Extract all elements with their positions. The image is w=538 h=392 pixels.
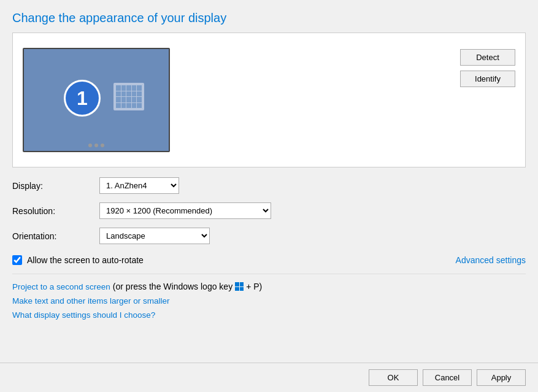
project-key-text: + P) <box>246 282 262 291</box>
bottom-bar: OK Cancel Apply <box>0 363 538 392</box>
project-suffix-text: (or press the Windows logo key <box>113 282 232 291</box>
advanced-settings-link[interactable]: Advanced settings <box>456 255 526 265</box>
monitor-number: 1 <box>64 80 101 117</box>
settings-grid: Display: 1. AnZhen4 Resolution: 1920 × 1… <box>0 177 538 244</box>
detect-button[interactable]: Detect <box>460 49 515 66</box>
divider <box>12 274 526 274</box>
monitor-bottom-bar <box>88 144 104 147</box>
apply-button[interactable]: Apply <box>477 369 526 386</box>
resolution-select[interactable]: 1920 × 1200 (Recommended) 1920 × 1080 16… <box>99 202 271 219</box>
orientation-label: Orientation: <box>12 231 92 241</box>
display-label: Display: <box>12 181 92 191</box>
project-link-row: Project to a second screen (or press the… <box>12 282 526 291</box>
monitor-action-buttons: Detect Identify <box>460 49 515 87</box>
ok-button[interactable]: OK <box>369 369 418 386</box>
resolution-label: Resolution: <box>12 206 92 216</box>
display-help-link[interactable]: What display settings should I choose? <box>12 310 526 320</box>
auto-rotate-checkbox[interactable] <box>12 255 22 265</box>
project-screen-link[interactable]: Project to a second screen <box>12 282 110 291</box>
display-select[interactable]: 1. AnZhen4 <box>99 177 179 194</box>
links-section: Project to a second screen (or press the… <box>0 279 538 322</box>
monitor-section: 1 Detect Identify <box>12 33 526 167</box>
monitor-preview: 1 <box>23 48 170 152</box>
orientation-select[interactable]: Landscape Portrait Landscape (flipped) P… <box>99 228 210 244</box>
text-size-link[interactable]: Make text and other items larger or smal… <box>12 296 526 306</box>
identify-button[interactable]: Identify <box>460 71 515 87</box>
auto-rotate-label: Allow the screen to auto-rotate <box>27 255 144 265</box>
page-title: Change the appearance of your display <box>0 0 538 33</box>
windows-logo-icon <box>235 282 244 291</box>
cancel-button[interactable]: Cancel <box>423 369 472 386</box>
monitor-grid-icon <box>113 83 144 110</box>
auto-rotate-row: Allow the screen to auto-rotate Advanced… <box>0 249 538 271</box>
